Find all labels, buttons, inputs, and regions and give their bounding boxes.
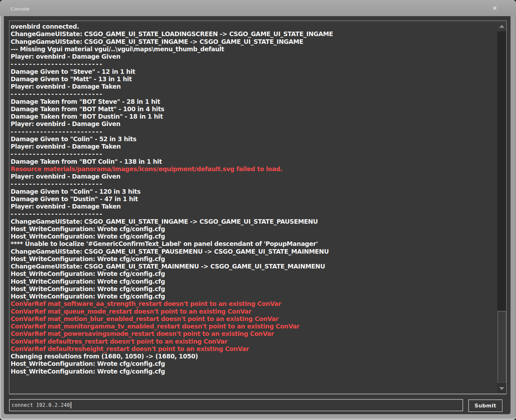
submit-button[interactable]: Submit	[468, 399, 502, 412]
console-line: ConVarRef mat_monitorgamma_tv_enabled_re…	[11, 323, 495, 330]
close-icon: ✕	[492, 5, 497, 11]
console-line: Host_WriteConfiguration: Wrote cfg/confi…	[11, 360, 495, 367]
console-line: Player: ovenbird - Damage Taken	[11, 83, 495, 90]
console-line: ChangeGameUIState: CSGO_GAME_UI_STATE_MA…	[11, 263, 495, 270]
console-line: Damage Taken from "BOT Dustin" - 18 in 1…	[11, 113, 495, 120]
console-line: Damage Given to "Colin" - 120 in 3 hits	[11, 188, 495, 195]
console-log-lines: ovenbird connected.ChangeGameUIState: CS…	[9, 21, 497, 394]
window-title: Console	[11, 6, 30, 12]
console-line-separator: -------------------------	[11, 128, 495, 135]
scroll-down-button[interactable]	[497, 383, 506, 394]
console-line: Host_WriteConfiguration: Wrote cfg/confi…	[11, 293, 495, 300]
console-line: ovenbird connected.	[11, 23, 495, 30]
console-panel: ovenbird connected.ChangeGameUIState: CS…	[4, 16, 511, 414]
scrollbar[interactable]	[497, 21, 506, 394]
console-line: Damage Given to "Steve" - 12 in 1 hit	[11, 68, 495, 75]
console-line: Host_WriteConfiguration: Wrote cfg/confi…	[11, 225, 495, 233]
console-line: Damage Given to "Matt" - 13 in 1 hit	[11, 75, 495, 83]
console-line: Damage Taken from "BOT Steve" - 28 in 1 …	[11, 98, 495, 105]
console-line: ChangeGameUIState: CSGO_GAME_UI_STATE_PA…	[11, 248, 495, 255]
console-line-separator: -------------------------	[11, 60, 495, 68]
submit-button-label: Submit	[474, 403, 496, 409]
command-input-value: connect 192.0.2.240	[12, 402, 70, 408]
console-line: Player: ovenbird - Damage Given	[11, 53, 495, 60]
console-line: Player: ovenbird - Damage Taken	[11, 203, 495, 210]
console-line: Host_WriteConfiguration: Wrote cfg/confi…	[11, 233, 495, 240]
text-cursor	[71, 402, 71, 408]
scroll-up-button[interactable]	[497, 21, 506, 31]
scroll-down-icon	[499, 387, 504, 390]
close-button[interactable]: ✕	[491, 4, 499, 12]
scrollbar-thumb[interactable]	[498, 311, 506, 383]
console-window: Console ✕ ovenbird connected.ChangeGameU…	[0, 0, 516, 420]
console-line: ConVarRef mat_motion_blur_enabled_restar…	[11, 315, 495, 323]
console-line: Damage Taken from "BOT Colin" - 138 in 1…	[11, 158, 495, 165]
console-line-separator: -------------------------	[11, 210, 495, 218]
console-line: ConVarRef mat_software_aa_strength_resta…	[11, 300, 495, 308]
console-line: Resource materials/panorama/images/icons…	[11, 165, 495, 173]
console-line: Damage Given to "Colin" - 52 in 3 hits	[11, 135, 495, 143]
console-line: Changing resolutions from (1680, 1050) -…	[11, 353, 495, 360]
console-line-separator: -------------------------	[11, 90, 495, 98]
console-line: ChangeGameUIState: CSGO_GAME_UI_STATE_IN…	[11, 38, 495, 45]
console-line: Damage Taken from "BOT Matt" - 100 in 4 …	[11, 105, 495, 113]
console-line: Host_WriteConfiguration: Wrote cfg/confi…	[11, 270, 495, 278]
console-line: Damage Given to "Dustin" - 47 in 1 hit	[11, 195, 495, 203]
console-command-input[interactable]: connect 192.0.2.240	[9, 399, 463, 411]
console-line: --- Missing Vgui material vgui/..\vgui\m…	[11, 45, 495, 53]
console-line: Host_WriteConfiguration: Wrote cfg/confi…	[11, 255, 495, 263]
console-line: Player: ovenbird - Damage Given	[11, 173, 495, 180]
console-line: ChangeGameUIState: CSGO_GAME_UI_STATE_LO…	[11, 30, 495, 38]
console-line: ChangeGameUIState: CSGO_GAME_UI_STATE_IN…	[11, 218, 495, 225]
console-line: Host_WriteConfiguration: Wrote cfg/confi…	[11, 278, 495, 285]
console-line-separator: -------------------------	[11, 180, 495, 188]
console-line-separator: -------------------------	[11, 150, 495, 158]
console-line: Host_WriteConfiguration: Wrote cfg/confi…	[11, 285, 495, 293]
console-line: ConVarRef defaultres_restart doesn't poi…	[11, 338, 495, 345]
console-line: **** Unable to localize '#GenericConfirm…	[11, 240, 495, 248]
console-line: ConVarRef mat_powersavingsmode_restart d…	[11, 330, 495, 337]
console-line: Host_WriteConfiguration: Wrote cfg/confi…	[11, 368, 495, 375]
console-log[interactable]: ovenbird connected.ChangeGameUIState: CS…	[9, 21, 507, 394]
titlebar[interactable]: Console ✕	[0, 0, 516, 16]
console-line: Player: ovenbird - Damage Given	[11, 120, 495, 128]
console-line: Player: ovenbird - Damage Taken	[11, 143, 495, 150]
console-line: ConVarRef defaultresheight_restart doesn…	[11, 345, 495, 353]
scroll-up-icon	[499, 25, 504, 28]
console-line: ConVarRef mat_queue_mode_restart doesn't…	[11, 308, 495, 315]
